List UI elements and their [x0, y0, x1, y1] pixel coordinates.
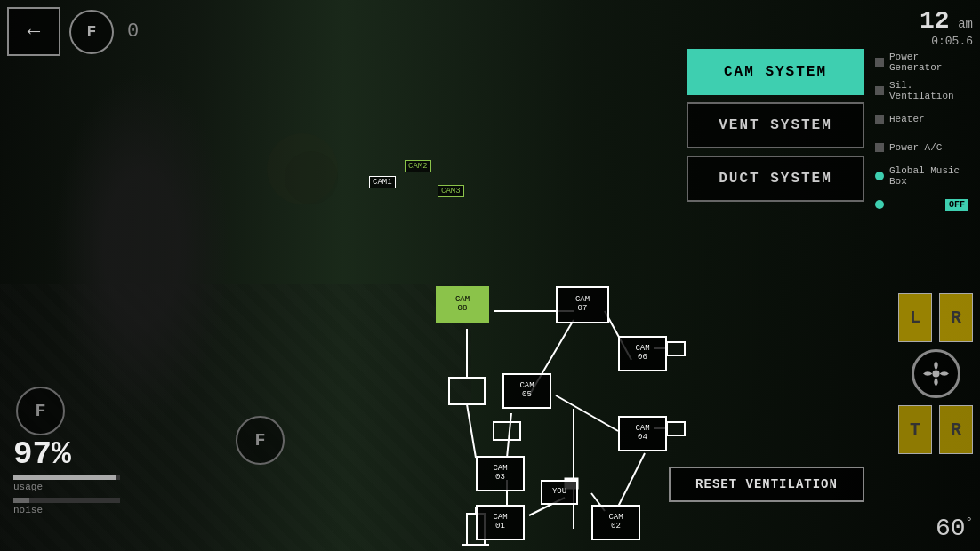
- l-icon: L: [898, 293, 932, 342]
- cam1-mini-label[interactable]: CAM1: [369, 176, 396, 188]
- cam02-label: CAM02: [608, 514, 623, 531]
- sidebar-power-ac[interactable]: Power A/C: [871, 134, 973, 161]
- usage-label: usage: [13, 482, 120, 492]
- power-ac-dot: [875, 143, 884, 152]
- cam-system-button[interactable]: CAM SYSTEM: [687, 49, 864, 95]
- cam02-node[interactable]: CAM02: [591, 505, 640, 540]
- global-music-box-label: Global Music Box: [889, 165, 968, 187]
- sidebar-heater[interactable]: Heater: [871, 106, 973, 132]
- noise-bar-track: [13, 498, 120, 503]
- reset-ventilation-button[interactable]: RESET VENTILATION: [669, 467, 864, 502]
- svg-rect-12: [494, 422, 520, 440]
- degree-symbol: °: [966, 515, 973, 530]
- back-arrow-icon: ←: [28, 20, 40, 44]
- degree-display: 60°: [936, 515, 973, 542]
- time-hour: 12: [920, 7, 950, 35]
- duct-system-button[interactable]: DUCT SYSTEM: [687, 156, 864, 202]
- cam01-node[interactable]: CAM01: [476, 505, 525, 540]
- sil-ventilation-dot: [875, 86, 884, 95]
- usage-bar-track: [13, 475, 120, 480]
- t-icon: T: [898, 405, 932, 454]
- cam01-label: CAM01: [493, 514, 507, 531]
- token-circle-mid-left: F: [16, 387, 65, 435]
- right-decorative-icons: L R T R: [898, 293, 973, 454]
- cam06-node[interactable]: CAM06: [618, 336, 667, 371]
- usage-bar-fill: [13, 475, 116, 480]
- percent-value: 97%: [13, 436, 120, 473]
- cam07-label: CAM07: [575, 296, 590, 314]
- off-dot: [875, 200, 884, 209]
- cam2-mini-label[interactable]: CAM2: [405, 160, 431, 172]
- sidebar-off[interactable]: OFF: [871, 191, 973, 218]
- svg-rect-13: [667, 342, 685, 355]
- cam05-label: CAM05: [519, 382, 534, 400]
- cam03-label: CAM03: [493, 465, 507, 483]
- token-circle-mid-center: F: [236, 416, 285, 465]
- you-label: YOU: [552, 488, 566, 497]
- token-symbol-mid-left: F: [35, 401, 45, 421]
- back-button[interactable]: ←: [7, 7, 60, 56]
- heater-label: Heater: [889, 114, 925, 124]
- r-icon-top: R: [939, 293, 973, 342]
- svg-point-22: [932, 371, 939, 378]
- power-generator-dot: [875, 58, 884, 67]
- svg-line-4: [507, 413, 511, 458]
- cam05-node[interactable]: CAM05: [502, 373, 551, 409]
- cam06-label: CAM06: [635, 345, 649, 363]
- r-icon-bottom: R: [939, 405, 973, 454]
- vent-system-button[interactable]: VENT SYSTEM: [687, 102, 864, 148]
- token-symbol-top: F: [87, 23, 97, 41]
- noise-bar-fill: [13, 498, 29, 503]
- cam04-label: CAM04: [635, 425, 649, 443]
- time-seconds: 0:05.6: [920, 35, 973, 48]
- cam04-node[interactable]: CAM04: [618, 416, 667, 451]
- off-badge: OFF: [945, 199, 968, 211]
- fan-icon: [912, 349, 960, 398]
- svg-rect-15: [667, 422, 685, 435]
- zero-counter: 0: [127, 20, 139, 43]
- system-panel: CAM SYSTEM VENT SYSTEM DUCT SYSTEM: [687, 49, 864, 202]
- svg-rect-10: [449, 378, 485, 404]
- cam03-node[interactable]: CAM03: [476, 456, 525, 491]
- cam07-node[interactable]: CAM07: [556, 286, 609, 323]
- sidebar-global-music-box[interactable]: Global Music Box: [871, 163, 973, 189]
- time-period: am: [958, 17, 973, 31]
- token-circle-top: F: [69, 10, 114, 54]
- sidebar-power-generator[interactable]: Power Generator: [871, 49, 973, 76]
- you-node: YOU: [541, 480, 578, 505]
- heater-dot: [875, 115, 884, 124]
- noise-label: noise: [13, 505, 120, 515]
- token-symbol-mid-center: F: [254, 430, 265, 451]
- sil-ventilation-label: Sil. Ventilation: [889, 80, 968, 101]
- svg-line-11: [467, 404, 476, 458]
- cam08-node[interactable]: CAM08: [436, 286, 489, 323]
- percent-display: 97% usage noise: [13, 436, 120, 515]
- sidebar-sil-ventilation[interactable]: Sil. Ventilation: [871, 77, 973, 104]
- time-display: 12 am 0:05.6: [920, 7, 973, 48]
- power-ac-label: Power A/C: [889, 142, 942, 153]
- svg-line-5: [618, 453, 645, 507]
- svg-line-3: [556, 395, 618, 431]
- reset-vent-label[interactable]: RESET VENTILATION: [669, 467, 864, 502]
- degree-value: 60: [936, 515, 966, 542]
- power-generator-label: Power Generator: [889, 52, 968, 73]
- right-sidebar: Power Generator Sil. Ventilation Heater …: [871, 49, 973, 218]
- cam-connections-svg: [427, 231, 836, 551]
- global-music-box-dot: [875, 172, 884, 180]
- cam3-mini-label[interactable]: CAM3: [438, 185, 464, 197]
- cam08-label: CAM08: [455, 296, 470, 314]
- top-left-controls: ← F 0: [7, 7, 139, 56]
- camera-map: CAM08 CAM07 CAM06 CAM05 CAM04 CAM03 CAM0…: [427, 231, 836, 551]
